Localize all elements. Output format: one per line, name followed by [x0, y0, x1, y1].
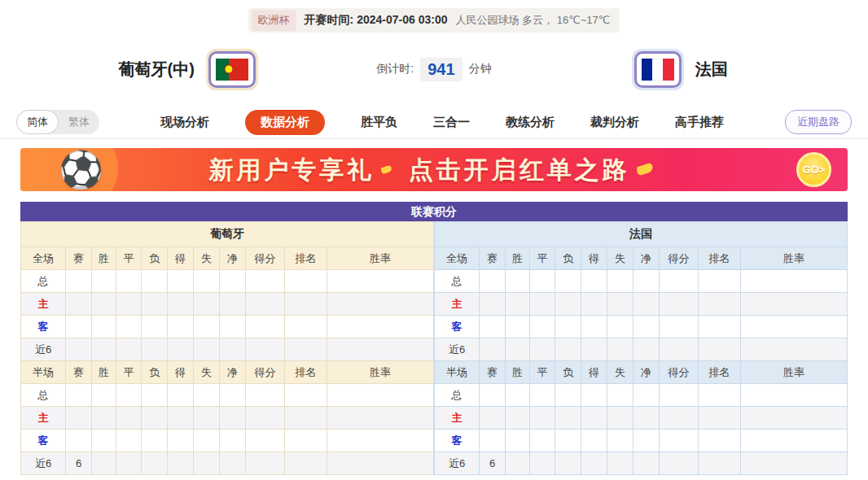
stat-cell	[246, 316, 285, 338]
stat-cell	[142, 270, 168, 293]
stat-cell	[699, 452, 741, 475]
tab-live-analysis[interactable]: 现场分析	[160, 115, 209, 130]
tab-coach-analysis[interactable]: 教练分析	[506, 115, 555, 130]
stat-cell	[607, 338, 633, 361]
table-row: 总	[21, 270, 434, 293]
stat-cell	[633, 407, 660, 430]
go-button[interactable]: GO>	[796, 152, 831, 187]
table-row: 近6	[21, 338, 434, 361]
lang-traditional[interactable]: 繁体	[59, 111, 99, 133]
column-header-row: 全场赛胜平负得失净得分排名胜率	[435, 247, 848, 270]
tab-win-draw-loss[interactable]: 胜平负	[361, 115, 397, 130]
stat-cell	[699, 407, 741, 430]
stat-cell	[581, 316, 607, 338]
stat-cell	[220, 430, 246, 452]
column-header: 失	[194, 247, 220, 270]
row-label: 客	[435, 316, 480, 338]
section-label: 半场	[21, 361, 66, 384]
row-label: 客	[21, 316, 66, 338]
stat-cell	[607, 293, 633, 316]
stat-cell	[555, 430, 581, 452]
promo-banner[interactable]: ⚽ 新用户专享礼 点击开启红单之路 GO>	[20, 148, 848, 191]
stat-cell	[581, 407, 607, 430]
stat-cell	[327, 430, 434, 452]
swoosh-decoration-icon	[381, 164, 392, 174]
section-label: 全场	[21, 247, 66, 270]
recent-trend-button[interactable]: 近期盘路	[785, 110, 852, 134]
stat-cell	[699, 430, 741, 452]
column-header: 胜	[506, 361, 530, 384]
row-label: 总	[21, 270, 66, 293]
stat-cell	[530, 270, 555, 293]
column-header: 胜率	[741, 361, 848, 384]
column-header: 平	[530, 247, 555, 270]
stat-cell	[327, 384, 434, 407]
tab-expert-recommend[interactable]: 高手推荐	[675, 115, 724, 130]
tab-three-in-one[interactable]: 三合一	[433, 115, 470, 130]
countdown-label: 倒计时:	[376, 62, 414, 76]
stat-cell: 6	[480, 452, 506, 475]
stat-cell	[506, 316, 530, 338]
stat-cell	[581, 430, 607, 452]
stat-cell	[66, 384, 92, 407]
row-label: 近6	[21, 338, 66, 361]
tab-data-analysis[interactable]: 数据分析	[245, 110, 325, 135]
column-header-row: 半场赛胜平负得失净得分排名胜率	[435, 361, 848, 384]
stat-cell	[741, 407, 848, 430]
home-stats-table: 葡萄牙全场赛胜平负得失净得分排名胜率总主客近6半场赛胜平负得失净得分排名胜率总主…	[20, 221, 434, 475]
venue-weather: 人民公园球场 多云， 16℃~17℃	[455, 13, 610, 28]
stat-cell	[660, 316, 699, 338]
stat-cell	[66, 430, 92, 452]
stat-cell	[246, 452, 285, 475]
stat-cell	[555, 316, 581, 338]
banner-text: 新用户专享礼 点击开启红单之路	[20, 153, 848, 186]
stat-cell	[327, 338, 434, 361]
stat-cell	[142, 430, 168, 452]
column-header: 平	[116, 361, 142, 384]
stat-cell	[92, 316, 116, 338]
stat-cell	[741, 430, 848, 452]
stat-cell	[168, 384, 194, 407]
away-stats-table: 法国全场赛胜平负得失净得分排名胜率总主客近6半场赛胜平负得失净得分排名胜率总主客…	[434, 221, 848, 475]
stat-cell: 6	[66, 452, 92, 475]
stat-cell	[142, 452, 168, 475]
tab-referee-analysis[interactable]: 裁判分析	[590, 115, 639, 130]
away-team-header: 法国	[435, 222, 848, 247]
stat-cell	[116, 384, 142, 407]
team-header-row: 葡萄牙	[21, 222, 434, 247]
stat-cell	[168, 293, 194, 316]
stat-cell	[660, 452, 699, 475]
portugal-flag-icon	[206, 49, 258, 90]
stat-cell	[581, 293, 607, 316]
stat-cell	[246, 270, 285, 293]
stat-cell	[194, 293, 220, 316]
column-header: 失	[607, 361, 633, 384]
lang-simplified[interactable]: 简体	[16, 110, 59, 134]
stat-cell	[555, 270, 581, 293]
column-header: 胜率	[327, 247, 434, 270]
stat-cell	[506, 293, 530, 316]
stat-cell	[246, 430, 285, 452]
stat-cell	[116, 430, 142, 452]
away-team-name: 法国	[695, 59, 728, 81]
stat-cell	[555, 384, 581, 407]
stat-cell	[246, 407, 285, 430]
stat-cell	[327, 452, 434, 475]
stat-cell	[555, 293, 581, 316]
stat-cell	[246, 293, 285, 316]
row-label: 主	[435, 407, 480, 430]
home-team-name: 葡萄牙(中)	[119, 59, 195, 81]
column-header: 负	[555, 247, 581, 270]
language-toggle[interactable]: 简体 繁体	[16, 110, 99, 134]
team-header-row: 法国	[435, 222, 848, 247]
column-header: 胜率	[741, 247, 848, 270]
column-header: 胜	[92, 247, 116, 270]
stat-cell	[92, 384, 116, 407]
stat-cell	[506, 407, 530, 430]
stat-cell	[92, 407, 116, 430]
stat-cell	[699, 316, 741, 338]
stat-cell	[92, 338, 116, 361]
column-header: 失	[194, 361, 220, 384]
column-header: 得	[168, 247, 194, 270]
stat-cell	[741, 293, 848, 316]
